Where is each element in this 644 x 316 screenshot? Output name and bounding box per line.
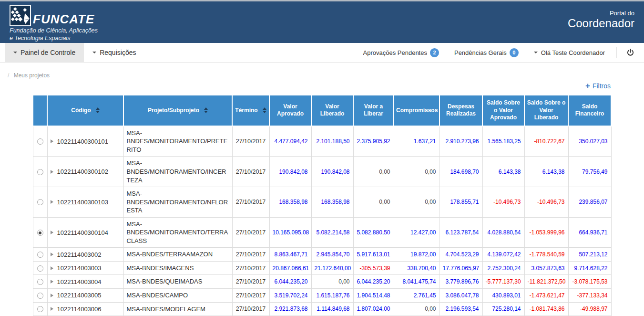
value-cell: 6.123.787,54 [440, 217, 482, 248]
table-row: 102211400300101MSA-BNDES/MONITORAMENTO/P… [33, 126, 611, 157]
column-header[interactable]: Projeto/Subprojeto [123, 95, 232, 126]
value-cell: 184.698,70 [440, 157, 482, 187]
value-cell: 168.358,98 [269, 187, 311, 218]
funcate-logo-icon [10, 5, 31, 26]
project-code: 102211400300103 [57, 199, 109, 206]
value-cell: -1.473.621,47 [524, 288, 568, 302]
value-cell: 0,00 [353, 187, 394, 218]
project-code: 102211400300102 [57, 168, 109, 175]
column-header-label: Saldo Financeiro [571, 103, 609, 118]
portal-title-line2: Coordenador [568, 17, 634, 30]
value-cell: 664.936,71 [568, 217, 611, 248]
logout-button[interactable] [616, 47, 637, 58]
project-radio[interactable] [37, 230, 43, 236]
value-cell: 168.358,98 [311, 187, 353, 218]
row-expand-icon[interactable] [51, 307, 53, 311]
row-select-cell [33, 126, 47, 157]
table-row: 1022114003006MSA-BNDES/MODELAGEM27/10/20… [33, 302, 611, 316]
value-cell: 17.776.065,97 [440, 261, 482, 275]
value-cell: -3.078.175,53 [568, 275, 611, 289]
nav-item-requisicoes[interactable]: Requisições [84, 43, 144, 62]
row-expand-icon[interactable] [51, 170, 53, 174]
value-cell: -305.573,39 [353, 261, 394, 275]
project-name-cell: MSA-BNDES/IMAGENS [123, 261, 232, 275]
project-radio[interactable] [37, 279, 43, 285]
column-header-label: Saldo Sobre o Valor Liberado [527, 99, 566, 122]
value-cell: -377.133,34 [568, 288, 611, 302]
project-radio[interactable] [37, 138, 43, 145]
end-date-cell: 27/10/2017 [232, 157, 269, 187]
chevron-down-icon [92, 52, 96, 53]
value-cell: 4.477.094,42 [269, 126, 311, 157]
row-expand-icon[interactable] [51, 266, 53, 270]
value-cell: -810.722,67 [524, 126, 568, 157]
project-radio[interactable] [37, 199, 43, 205]
row-expand-icon[interactable] [51, 231, 53, 234]
filters-button[interactable]: + Filtros [585, 82, 611, 90]
project-name-cell: MSA-BNDES/MONITORAMENTO/PRETERITO [123, 126, 232, 157]
nav-item-painel-de-controle[interactable]: Painel de Controle [5, 43, 84, 62]
project-radio[interactable] [37, 169, 43, 175]
filters-label: Filtros [593, 82, 611, 90]
column-header[interactable]: Código [47, 95, 123, 126]
plus-icon: + [585, 82, 590, 90]
value-cell: 6.044.235,20 [353, 275, 394, 289]
value-cell: 5.917.613,01 [353, 248, 394, 262]
value-cell: 1.807.024,00 [353, 302, 394, 316]
row-expand-icon[interactable] [51, 294, 53, 297]
value-cell: -11.821.372,50 [524, 275, 568, 289]
value-cell: 3.086.047,78 [440, 288, 482, 302]
row-expand-icon[interactable] [51, 280, 53, 284]
brand-name: FUNCATE [33, 13, 94, 26]
value-cell: 21.172.640,00 [311, 261, 353, 275]
value-cell: 4.704.523,29 [440, 248, 482, 262]
project-radio[interactable] [37, 293, 43, 299]
row-expand-icon[interactable] [51, 200, 53, 204]
row-select-cell [33, 157, 47, 187]
value-cell: 190.842,08 [311, 157, 353, 187]
table-toolbar: + Filtros [32, 82, 611, 90]
row-expand-icon[interactable] [51, 253, 53, 256]
value-cell: 8.863.467,71 [269, 248, 311, 262]
value-cell: 4.139.072,42 [482, 248, 524, 262]
row-select-cell [33, 288, 47, 302]
value-cell: 2.101.188,50 [311, 126, 353, 157]
column-header-label: Valor a Liberar [356, 103, 391, 118]
header-select-column [33, 95, 47, 126]
breadcrumb-current[interactable]: Meus projetos [14, 72, 50, 79]
project-name-cell: MSA-BNDES/QUEIMADAS [123, 275, 232, 289]
value-cell: -1.081.743,86 [524, 302, 568, 316]
general-pendencies-link[interactable]: Pendências Gerais 0 [447, 48, 526, 57]
value-cell: 9.714.628,22 [568, 261, 611, 275]
project-radio[interactable] [37, 265, 43, 272]
end-date-cell: 27/10/2017 [232, 187, 269, 218]
row-expand-icon[interactable] [51, 139, 53, 143]
value-cell: 430.893,01 [482, 288, 524, 302]
value-cell: 2.752.300,24 [482, 261, 524, 275]
project-name-cell: MSA-BNDES/MONITORAMENTO/TERRACLASS [123, 217, 232, 248]
value-cell: 2.910.273,96 [440, 126, 482, 157]
user-menu[interactable]: Olá Teste Coordenador [526, 49, 613, 56]
nav-item-label: Requisições [100, 49, 136, 56]
approvals-pending-link[interactable]: Aprovações Pendentes 2 [356, 48, 447, 57]
column-header-label: Compromissos [396, 107, 438, 115]
value-cell: 178.855,71 [440, 187, 482, 218]
value-cell: 1.615.187,76 [311, 288, 353, 302]
value-cell: 4.028.880,54 [482, 217, 524, 248]
project-radio[interactable] [37, 252, 43, 258]
value-cell: -10.496,73 [524, 187, 568, 218]
value-cell: 5.082.880,50 [353, 217, 394, 248]
column-header-label: Valor Liberado [314, 103, 351, 118]
value-cell: 338.700,40 [394, 261, 440, 275]
project-code: 1022114003005 [57, 292, 102, 299]
value-cell: 2.375.905,92 [353, 126, 394, 157]
value-cell: -10.496,73 [482, 187, 524, 218]
value-cell: 2.945.854,70 [311, 248, 353, 262]
table-header-row: CódigoProjeto/SubprojetoTérminoValor Apr… [33, 95, 611, 126]
end-date-cell: 27/10/2017 [232, 217, 269, 248]
project-code: 102211400300101 [57, 138, 109, 145]
project-code-cell: 1022114003005 [47, 288, 123, 302]
column-header[interactable]: Término [232, 95, 269, 126]
table-row: 1022114003004MSA-BNDES/QUEIMADAS27/10/20… [33, 275, 611, 289]
project-radio[interactable] [37, 306, 43, 312]
